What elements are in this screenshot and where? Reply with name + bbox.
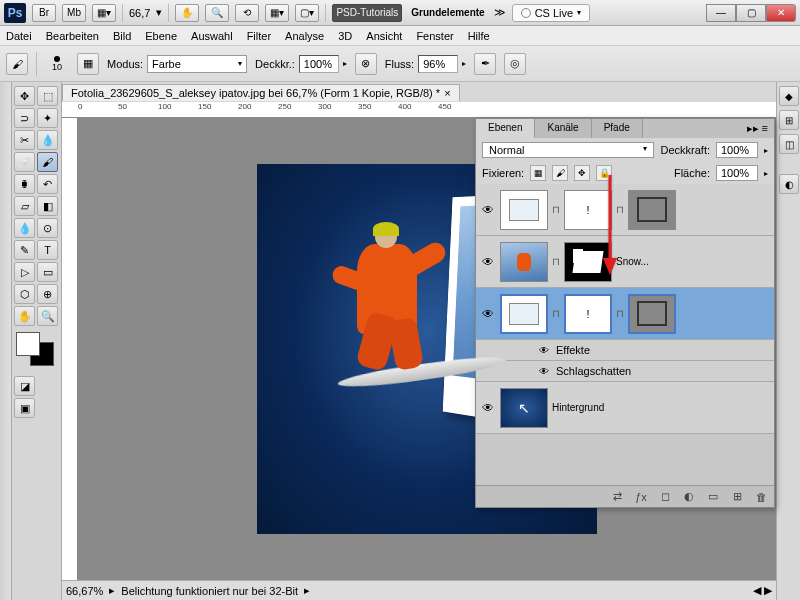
crop-tool[interactable]: ✂: [14, 130, 35, 150]
color-swatches[interactable]: [14, 332, 58, 362]
panel-flyout-icon[interactable]: ▸▸ ≡: [741, 119, 774, 138]
vector-mask-thumb[interactable]: !: [564, 190, 612, 230]
layer-row[interactable]: 👁 ⊓ ! ⊓: [476, 184, 774, 236]
chevron-right-icon[interactable]: ≫: [494, 6, 506, 19]
layer-row[interactable]: 👁 ↖ Hintergrund: [476, 382, 774, 434]
menu-bild[interactable]: Bild: [113, 30, 131, 42]
rotate-icon[interactable]: ⟲: [235, 4, 259, 22]
pressure-size-icon[interactable]: ◎: [504, 53, 526, 75]
link-layers-button[interactable]: ⇄: [608, 489, 626, 505]
quickmask-tool[interactable]: ◪: [14, 376, 35, 396]
type-tool[interactable]: T: [37, 240, 58, 260]
screenmode-tool[interactable]: ▣: [14, 398, 35, 418]
visibility-icon[interactable]: 👁: [480, 202, 496, 218]
layer-mask-button[interactable]: ◻: [656, 489, 674, 505]
lasso-tool[interactable]: ⊃: [14, 108, 35, 128]
shape-tool[interactable]: ▭: [37, 262, 58, 282]
heal-tool[interactable]: 🩹: [14, 152, 35, 172]
view-extras-button[interactable]: ▦▾: [92, 4, 116, 22]
lock-transparency-icon[interactable]: ▦: [530, 165, 546, 181]
paths-icon[interactable]: ◫: [779, 134, 799, 154]
layer-thumb[interactable]: ↖: [500, 388, 548, 428]
tab-pfade[interactable]: Pfade: [592, 119, 643, 138]
layer-thumb[interactable]: [500, 294, 548, 334]
visibility-icon[interactable]: 👁: [536, 363, 552, 379]
maximize-button[interactable]: ▢: [736, 4, 766, 22]
menu-hilfe[interactable]: Hilfe: [468, 30, 490, 42]
layer-effects-row[interactable]: 👁 Effekte: [476, 340, 774, 361]
arrange-icon[interactable]: ▦▾: [265, 4, 289, 22]
minimize-button[interactable]: —: [706, 4, 736, 22]
lock-pixels-icon[interactable]: 🖌: [552, 165, 568, 181]
menu-3d[interactable]: 3D: [338, 30, 352, 42]
move-tool[interactable]: ✥: [14, 86, 35, 106]
layer-mask-thumb[interactable]: [628, 294, 676, 334]
menu-datei[interactable]: Datei: [6, 30, 32, 42]
eraser-tool[interactable]: ▱: [14, 196, 35, 216]
gradient-tool[interactable]: ◧: [37, 196, 58, 216]
ruler-horizontal[interactable]: 0 50 100 150 200 250 300 350 400 450: [62, 102, 776, 118]
hand-icon[interactable]: ✋: [175, 4, 199, 22]
menu-auswahl[interactable]: Auswahl: [191, 30, 233, 42]
new-layer-button[interactable]: ⊞: [728, 489, 746, 505]
dock-strip-left[interactable]: [0, 82, 12, 600]
layer-name[interactable]: Hintergrund: [552, 402, 604, 413]
eyedropper-tool[interactable]: 💧: [37, 130, 58, 150]
layer-effect-item[interactable]: 👁 Schlagschatten: [476, 361, 774, 382]
dodge-tool[interactable]: ⊙: [37, 218, 58, 238]
tool-preset-icon[interactable]: 🖌: [6, 53, 28, 75]
blend-mode-select[interactable]: Normal▾: [482, 142, 654, 158]
layer-name[interactable]: Snow...: [616, 256, 649, 267]
layer-thumb[interactable]: [500, 242, 548, 282]
visibility-icon[interactable]: 👁: [480, 400, 496, 416]
fill-input[interactable]: 100%: [716, 165, 758, 181]
history-brush-tool[interactable]: ↶: [37, 174, 58, 194]
menu-ebene[interactable]: Ebene: [145, 30, 177, 42]
pressure-opacity-icon[interactable]: ⊗: [355, 53, 377, 75]
close-button[interactable]: ✕: [766, 4, 796, 22]
menu-filter[interactable]: Filter: [247, 30, 271, 42]
layer-row[interactable]: 👁 ⊓ ! ⊓: [476, 288, 774, 340]
lock-all-icon[interactable]: 🔒: [596, 165, 612, 181]
bridge-button[interactable]: Br: [32, 4, 56, 22]
layer-mask-thumb[interactable]: [628, 190, 676, 230]
visibility-icon[interactable]: 👁: [536, 342, 552, 358]
layer-thumb[interactable]: [500, 190, 548, 230]
menu-fenster[interactable]: Fenster: [416, 30, 453, 42]
zoom-readout[interactable]: 66,67%: [66, 585, 103, 597]
3d-camera-tool[interactable]: ⊕: [37, 284, 58, 304]
path-select-tool[interactable]: ▷: [14, 262, 35, 282]
delete-layer-button[interactable]: 🗑: [752, 489, 770, 505]
workspace-psd-tutorials[interactable]: PSD-Tutorials: [332, 4, 402, 22]
menu-ansicht[interactable]: Ansicht: [366, 30, 402, 42]
close-tab-icon[interactable]: ×: [444, 87, 450, 99]
workspace-grundelemente[interactable]: Grundelemente: [408, 4, 487, 22]
tab-kanaele[interactable]: Kanäle: [535, 119, 591, 138]
stamp-tool[interactable]: ⧯: [14, 174, 35, 194]
layer-row[interactable]: 👁 ⊓ Snow...: [476, 236, 774, 288]
layer-opacity-input[interactable]: 100%: [716, 142, 758, 158]
adjustments-icon[interactable]: ◐: [779, 174, 799, 194]
ruler-vertical[interactable]: [62, 118, 78, 580]
blur-tool[interactable]: 💧: [14, 218, 35, 238]
adjustment-layer-button[interactable]: ◐: [680, 489, 698, 505]
cs-live-button[interactable]: CS Live▾: [512, 4, 591, 22]
group-button[interactable]: ▭: [704, 489, 722, 505]
3d-tool[interactable]: ⬡: [14, 284, 35, 304]
tab-ebenen[interactable]: Ebenen: [476, 119, 535, 138]
hand-tool[interactable]: ✋: [14, 306, 35, 326]
zoom-icon[interactable]: 🔍: [205, 4, 229, 22]
document-tab[interactable]: Fotolia_23629605_S_aleksey ipatov.jpg be…: [62, 84, 460, 101]
modus-select[interactable]: Farbe▾: [147, 55, 247, 73]
marquee-tool[interactable]: ⬚: [37, 86, 58, 106]
pen-tool[interactable]: ✎: [14, 240, 35, 260]
airbrush-icon[interactable]: ✒: [474, 53, 496, 75]
layer-style-button[interactable]: ƒx: [632, 489, 650, 505]
menu-analyse[interactable]: Analyse: [285, 30, 324, 42]
brush-preview[interactable]: 10: [45, 52, 69, 76]
screen-mode-icon[interactable]: ▢▾: [295, 4, 319, 22]
menu-bearbeiten[interactable]: Bearbeiten: [46, 30, 99, 42]
flow-input[interactable]: 96%: [418, 55, 458, 73]
visibility-icon[interactable]: 👁: [480, 306, 496, 322]
brush-panel-icon[interactable]: ▦: [77, 53, 99, 75]
